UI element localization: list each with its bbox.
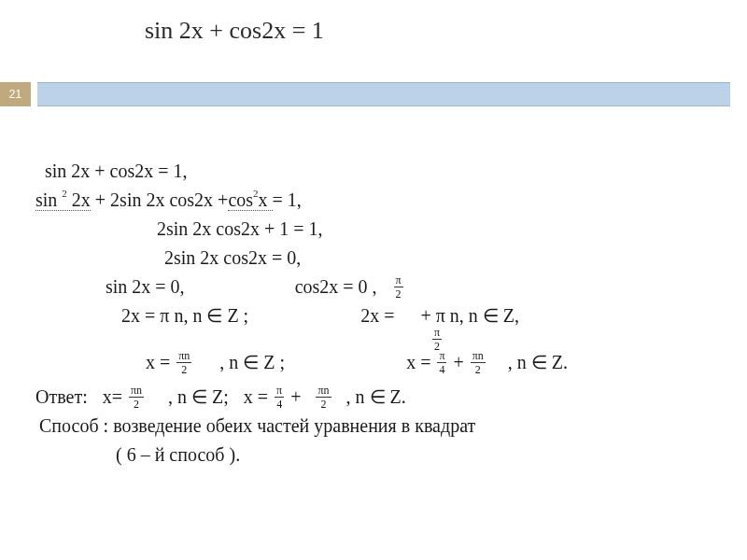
method-line-2: ( 6 – й способ ).	[45, 441, 725, 469]
line-1: sin 2x + cos2x = 1,	[45, 157, 725, 186]
slide-title: sin 2x + cos2x = 1	[145, 17, 324, 45]
slide-body: sin 2x + cos2x = 1, sin 2 2x + 2sin 2x c…	[45, 157, 725, 469]
slide-number-badge: 21	[0, 82, 31, 106]
answer-line: Ответ: x= πn2 , n ∈ Z; x = π4 + πn2 , n …	[35, 383, 725, 412]
frac-pi-2-icon: π2	[432, 327, 442, 352]
line-5: sin 2x = 0, cos2x = 0 , π2	[45, 273, 725, 301]
frac-pi-4-icon: π4	[275, 385, 284, 410]
line-7: x = πn2 , n ∈ Z ; x = π4 + πn2 , n ∈ Z.	[45, 348, 725, 377]
frac-pin-2-icon: πn2	[129, 385, 144, 410]
frac-pin-2-icon: πn2	[471, 350, 486, 375]
frac-pi-2-icon: π2	[394, 274, 403, 300]
frac-pi-4-icon: π4	[437, 350, 446, 375]
frac-pin-2-icon: πn2	[316, 385, 331, 410]
line-2: sin 2 2x + 2sin 2x cos2x +cos2x = 1,	[35, 186, 725, 215]
method-line-1: Способ : возведение обеих частей уравнен…	[39, 412, 725, 441]
line-3: 2sin 2x cos2x + 1 = 1,	[45, 215, 725, 244]
frac-pin-2-icon: πn2	[176, 350, 191, 375]
line-4: 2sin 2x cos2x = 0,	[45, 244, 725, 273]
decorative-band	[37, 82, 730, 106]
